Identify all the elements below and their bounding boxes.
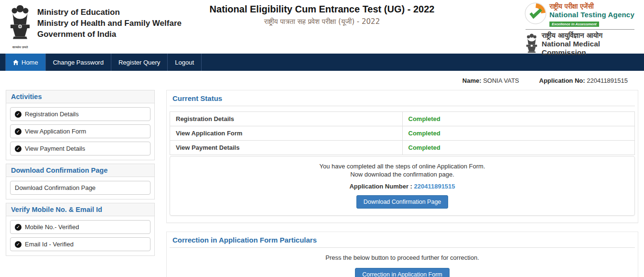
sidebar-section-title: Activities [6, 90, 154, 103]
download-confirmation-button[interactable]: Download Confirmation Page [356, 195, 449, 209]
correction-panel: Correction in Application Form Particula… [166, 232, 638, 277]
application-number-link[interactable]: 220411891515 [414, 183, 455, 190]
sidebar-section-title: Download Confirmation Page [6, 164, 154, 177]
table-row: Registration Details Completed [170, 112, 635, 126]
emblem-caption: सत्यमेव जयते [7, 45, 33, 49]
page-title: National Eligibility Cum Entrance Test (… [169, 4, 475, 15]
sidebar-section-title: Verify Mobile No. & Email Id [6, 203, 154, 216]
logo-divider [526, 29, 634, 30]
status-row-label: View Application Form [170, 126, 403, 141]
status-row-label: Registration Details [170, 112, 403, 126]
sidebar-section-activities: Activities ✓ Registration Details ✓ View… [6, 90, 155, 160]
correction-title: Correction in Application Form Particula… [170, 232, 635, 248]
correction-button[interactable]: Correction in Application Form [355, 268, 449, 277]
nav-item-logout[interactable]: Logout [168, 54, 202, 71]
nmc-name-english: National Medical Commission [542, 40, 639, 57]
status-row-label: View Payment Details [170, 141, 403, 155]
check-circle-icon: ✓ [15, 128, 21, 135]
check-circle-icon: ✓ [15, 224, 21, 231]
current-status-title: Current Status [170, 90, 635, 106]
nta-name-hindi: राष्ट्रीय परीक्षा एजेंसी [549, 2, 634, 11]
sidebar-item-view-application-form[interactable]: ✓ View Application Form [10, 124, 150, 138]
nta-name-english: National Testing Agency [549, 11, 634, 19]
sidebar: Activities ✓ Registration Details ✓ View… [6, 90, 155, 259]
nav-item-register-query[interactable]: Register Query [111, 54, 168, 71]
nmc-logo-block: राष्ट्रीय आयुर्विज्ञान आयोग National Med… [525, 31, 639, 57]
nav-item-home[interactable]: Home [5, 54, 46, 71]
application-number-line: Application Number : 220411891515 [175, 183, 630, 190]
page-header: सत्यमेव जयते Ministry of Education Minis… [0, 0, 644, 54]
current-status-panel: Current Status Registration Details Comp… [166, 90, 638, 223]
table-row: View Application Form Completed [170, 126, 635, 141]
sidebar-item-download-confirmation-page[interactable]: Download Confirmation Page [10, 181, 150, 195]
sidebar-section-verify-contact: Verify Mobile No. & Email Id ✓ Mobile No… [6, 203, 155, 256]
nmc-name-hindi: राष्ट्रीय आयुर्विज्ञान आयोग [542, 31, 639, 40]
sidebar-item-registration-details[interactable]: ✓ Registration Details [10, 107, 150, 121]
ministry-line-3: Government of India [37, 29, 182, 40]
ministry-line-2: Ministry of Health and Family Welfare [37, 18, 182, 29]
application-number: Application No: 220411891515 [539, 77, 628, 84]
ministry-line-1: Ministry of Education [37, 7, 182, 18]
home-icon [13, 60, 19, 65]
ministry-brand: सत्यमेव जयते Ministry of Education Minis… [7, 4, 182, 49]
confirmation-message-box: You have completed all the steps of onli… [170, 156, 635, 216]
agency-logos: राष्ट्रीय परीक्षा एजेंसी National Testin… [525, 2, 639, 57]
table-row: View Payment Details Completed [170, 141, 635, 155]
sidebar-item-email-verified[interactable]: ✓ Email Id - Verified [10, 237, 150, 251]
nta-tagline-badge: Excellence in Assessment [549, 22, 599, 27]
check-circle-icon: ✓ [15, 111, 21, 118]
sidebar-item-view-payment-details[interactable]: ✓ View Payment Details [10, 142, 150, 155]
ashoka-emblem-icon [8, 4, 32, 43]
correction-instruction: Press the below button to proceed furthe… [170, 254, 635, 261]
nav-item-change-password[interactable]: Change Password [46, 54, 111, 71]
status-row-value: Completed [402, 141, 635, 155]
confirmation-line-2: Now download the confirmation page. [175, 170, 630, 178]
india-emblem: सत्यमेव जयते [7, 4, 33, 49]
confirmation-line-1: You have completed all the steps of onli… [175, 162, 630, 170]
user-name: Name: SONIA VATS [462, 77, 519, 84]
main-content: Current Status Registration Details Comp… [166, 90, 638, 277]
check-circle-icon: ✓ [15, 241, 21, 248]
status-row-value: Completed [402, 126, 635, 141]
sidebar-item-mobile-verified[interactable]: ✓ Mobile No.- Verified [10, 220, 150, 234]
page-subtitle-hindi: राष्ट्रीय पात्रता सह प्रवेश परीक्षा (यूज… [169, 17, 475, 26]
nta-logo-block: राष्ट्रीय परीक्षा एजेंसी National Testin… [525, 2, 639, 27]
nta-logo-icon [525, 2, 547, 24]
check-circle-icon: ✓ [15, 145, 21, 152]
sidebar-section-download-confirmation: Download Confirmation Page Download Conf… [6, 164, 155, 199]
status-row-value: Completed [402, 112, 635, 126]
current-status-table: Registration Details Completed View Appl… [170, 111, 635, 155]
user-info-bar: Name: SONIA VATS Application No: 2204118… [0, 71, 644, 90]
nmc-emblem-icon [525, 33, 539, 55]
